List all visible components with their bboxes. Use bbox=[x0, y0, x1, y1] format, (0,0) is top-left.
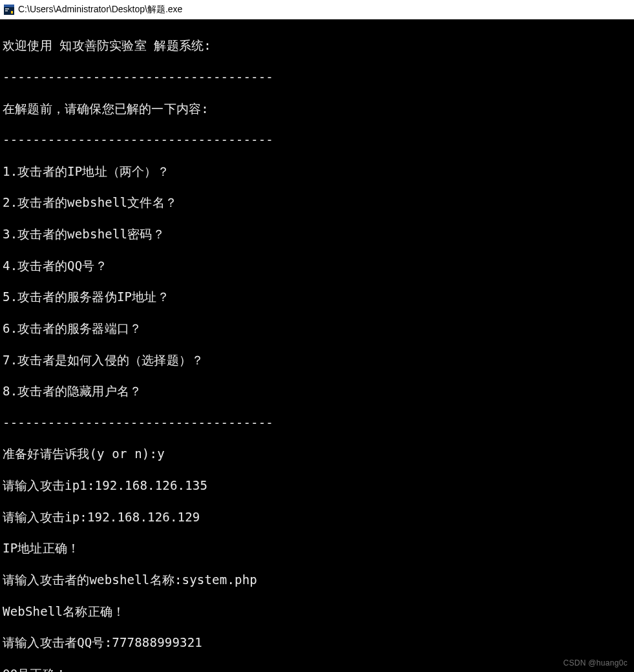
question-6: 6.攻击者的服务器端口？ bbox=[3, 320, 631, 336]
ip-ok: IP地址正确！ bbox=[3, 540, 631, 556]
qq-ok: QQ号正确！ bbox=[3, 666, 631, 672]
divider: ------------------------------------ bbox=[3, 132, 631, 147]
webshell-prompt: 请输入攻击者的webshell名称:system.php bbox=[3, 572, 631, 587]
question-7: 7.攻击者是如何入侵的（选择题）？ bbox=[3, 352, 631, 368]
question-1: 1.攻击者的IP地址（两个）？ bbox=[3, 163, 631, 179]
titlebar[interactable]: C:\Users\Administrator\Desktop\解题.exe bbox=[0, 0, 634, 19]
svg-rect-3 bbox=[5, 10, 8, 12]
divider: ------------------------------------ bbox=[3, 415, 631, 430]
welcome-line: 欢迎使用 知攻善防实验室 解题系统: bbox=[3, 37, 631, 53]
ip1-prompt: 请输入攻击ip1:192.168.126.135 bbox=[3, 478, 631, 493]
svg-rect-4 bbox=[11, 11, 13, 14]
qq-prompt: 请输入攻击者QQ号:777888999321 bbox=[3, 635, 631, 650]
watermark: CSDN @huang0c bbox=[564, 658, 628, 668]
pre-note: 在解题前，请确保您已解的一下内容: bbox=[3, 101, 631, 116]
console-window: C:\Users\Administrator\Desktop\解题.exe 欢迎… bbox=[0, 0, 634, 672]
question-8: 8.攻击者的隐藏用户名？ bbox=[3, 383, 631, 399]
divider: ------------------------------------ bbox=[3, 69, 631, 85]
webshell-ok: WebShell名称正确！ bbox=[3, 604, 631, 619]
ip2-prompt: 请输入攻击ip:192.168.126.129 bbox=[3, 509, 631, 525]
terminal-output[interactable]: 欢迎使用 知攻善防实验室 解题系统: ---------------------… bbox=[0, 19, 634, 672]
question-5: 5.攻击者的服务器伪IP地址？ bbox=[3, 289, 631, 304]
question-4: 4.攻击者的QQ号？ bbox=[3, 258, 631, 273]
ready-prompt: 准备好请告诉我(y or n):y bbox=[3, 446, 631, 461]
question-3: 3.攻击者的webshell密码？ bbox=[3, 226, 631, 242]
window-title: C:\Users\Administrator\Desktop\解题.exe bbox=[18, 4, 182, 16]
svg-rect-2 bbox=[5, 8, 9, 10]
question-2: 2.攻击者的webshell文件名？ bbox=[3, 194, 631, 210]
svg-rect-1 bbox=[4, 5, 14, 7]
app-icon bbox=[4, 5, 14, 15]
